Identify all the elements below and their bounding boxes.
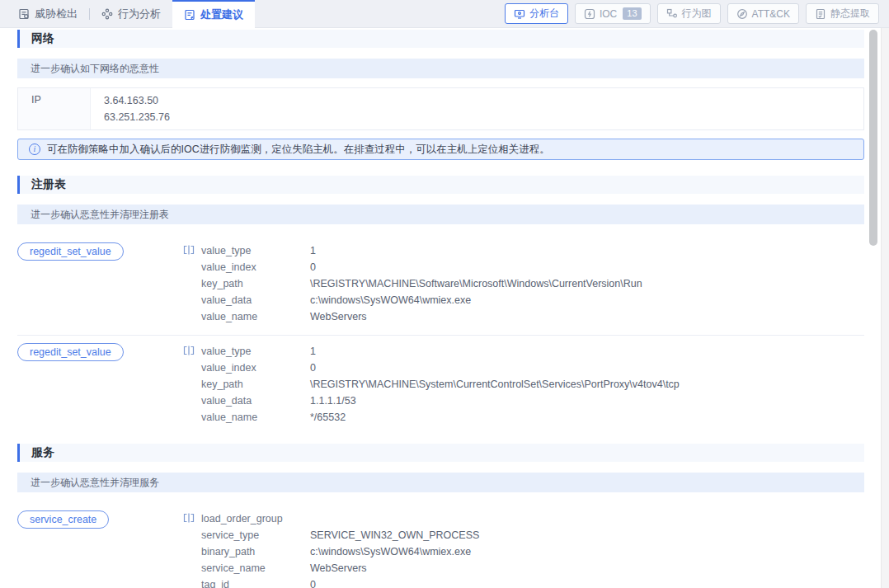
field-row: service_nameWebServers (201, 560, 479, 576)
section-header-registry: 注册表 (17, 176, 864, 194)
service-create-button[interactable]: service_create (17, 510, 109, 529)
ip-value[interactable]: 63.251.235.76 (104, 109, 170, 125)
attck-compass-icon (736, 8, 748, 20)
toolbar: 分析台 IOC 13 行为图 (505, 0, 889, 27)
info-icon: i (29, 143, 40, 155)
info-banner-text: 可在防御策略中加入确认后的IOC进行防御监测，定位失陷主机。在排查过程中，可以在… (47, 143, 550, 157)
attck-button[interactable]: ATT&CK (727, 3, 799, 24)
field-row: value_type1 (201, 242, 642, 259)
section-title: 服务 (31, 445, 54, 460)
field-row: key_path\REGISTRY\MACHINE\Software\Micro… (201, 275, 642, 292)
behavior-graph-button[interactable]: 行为图 (657, 3, 721, 24)
field-row: value_index0 (201, 259, 642, 275)
field-row: value_data1.1.1.1/53 (201, 393, 680, 409)
advice-document-icon (184, 9, 195, 21)
fields-bracket-icon (183, 513, 195, 523)
vertical-scrollbar[interactable] (869, 30, 877, 246)
button-label: 静态提取 (830, 7, 870, 21)
section-title: 注册表 (31, 177, 66, 192)
tab-disposal-advice[interactable]: 处置建议 (172, 0, 255, 28)
registry-entry: regedit_set_value value_type1 value_inde… (17, 242, 864, 336)
analysis-console-button[interactable]: 分析台 (505, 3, 568, 24)
button-label: 行为图 (682, 7, 712, 21)
fields-bracket-icon (183, 245, 195, 255)
page-gutter (881, 28, 889, 588)
disposal-advice-panel: 网络 进一步确认如下网络的恶意性 IP 3.64.163.50 63.251.2… (17, 30, 864, 588)
button-label: IOC (600, 8, 617, 20)
field-row: value_nameWebServers (201, 308, 642, 325)
fields-bracket-icon (183, 346, 195, 355)
extract-document-icon (815, 8, 826, 20)
ioc-button[interactable]: IOC 13 (575, 3, 651, 24)
field-rows: value_type1 value_index0 key_path\REGIST… (201, 242, 642, 325)
field-row: value_type1 (201, 343, 680, 360)
button-label: ATT&CK (752, 8, 790, 20)
regedit-set-value-button[interactable]: regedit_set_value (17, 242, 124, 261)
field-row: value_datac:\windows\SysWOW64\wmiex.exe (201, 292, 642, 308)
section-subtitle-network: 进一步确认如下网络的恶意性 (17, 59, 864, 78)
tab-behavior-analysis[interactable]: 行为分析 (90, 0, 172, 27)
section-subtitle-registry: 进一步确认恶意性并清理注册表 (17, 205, 864, 224)
ioc-ip-table: IP 3.64.163.50 63.251.235.76 (17, 87, 864, 130)
info-banner: i 可在防御策略中加入确认后的IOC进行防御监测，定位失陷主机。在排查过程中，可… (17, 139, 864, 160)
field-row: service_typeSERVICE_WIN32_OWN_PROCESS (201, 527, 479, 543)
field-row: key_path\REGISTRY\MACHINE\System\Current… (201, 376, 680, 393)
section-title: 网络 (31, 31, 54, 46)
field-rows: value_type1 value_index0 key_path\REGIST… (201, 343, 680, 426)
tab-label: 行为分析 (118, 7, 161, 21)
field-row: value_index0 (201, 360, 680, 376)
ioc-count-badge: 13 (623, 7, 641, 20)
registry-entry: regedit_set_value value_type1 value_inde… (17, 341, 864, 426)
behavior-flower-icon (101, 8, 113, 20)
button-label: 分析台 (529, 7, 559, 21)
ip-table-header: IP (18, 88, 91, 129)
topology-graph-icon (666, 8, 678, 20)
tab-label: 处置建议 (200, 7, 243, 22)
monitor-icon (514, 8, 525, 20)
ip-table-values: 3.64.163.50 63.251.235.76 (91, 88, 170, 129)
static-extract-button[interactable]: 静态提取 (806, 3, 879, 24)
field-rows: load_order_group service_typeSERVICE_WIN… (201, 510, 479, 588)
section-header-network: 网络 (17, 30, 864, 48)
ip-value[interactable]: 3.64.163.50 (104, 92, 170, 109)
regedit-set-value-button[interactable]: regedit_set_value (17, 343, 124, 361)
ioc-lightning-icon (584, 8, 595, 20)
field-row: tag_id0 (201, 576, 479, 588)
top-tab-bar: 威胁检出 行为分析 处置建议 (0, 0, 889, 28)
tab-label: 威胁检出 (35, 7, 78, 21)
field-row: binary_pathc:\windows\SysWOW64\wmiex.exe (201, 543, 479, 560)
section-header-service: 服务 (17, 444, 864, 462)
section-subtitle-service: 进一步确认恶意性并清理服务 (17, 473, 864, 492)
field-row: load_order_group (201, 510, 479, 527)
threat-report-icon (18, 8, 30, 20)
field-row: value_name*/65532 (201, 409, 680, 426)
service-entry: service_create load_order_group service_… (17, 510, 864, 588)
tab-threat-detection[interactable]: 威胁检出 (7, 0, 89, 27)
